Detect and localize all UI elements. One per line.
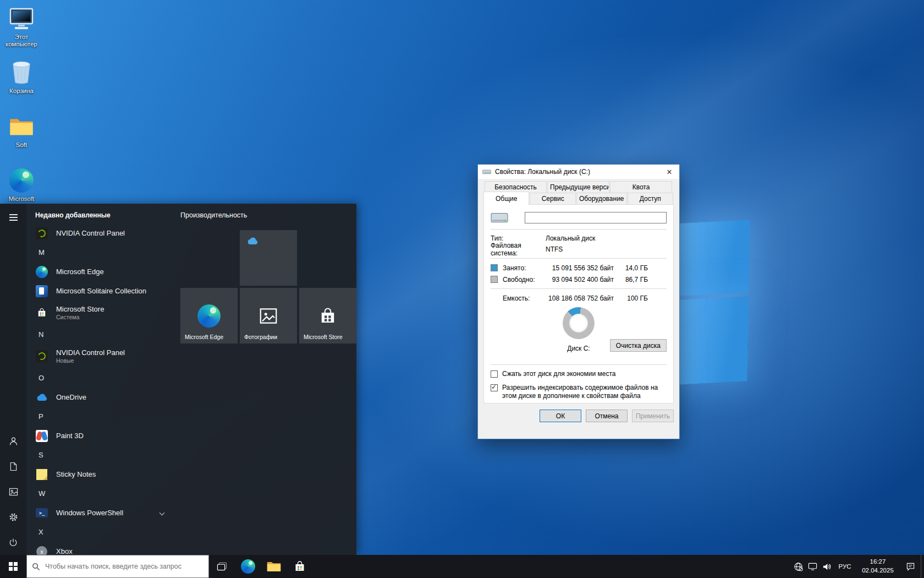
tile-group-header[interactable]: Производительность: [180, 207, 356, 223]
letter-header-o[interactable]: O: [33, 368, 173, 388]
account-button[interactable]: [0, 428, 26, 454]
start-app-onedrive[interactable]: OneDrive: [33, 388, 173, 407]
taskbar-store-button[interactable]: [287, 555, 312, 578]
tab-quota[interactable]: Квота: [610, 181, 672, 193]
tab-sharing[interactable]: Доступ: [628, 193, 673, 205]
disk-cleanup-button[interactable]: Очистка диска: [610, 339, 667, 352]
tab-hardware[interactable]: Оборудование: [576, 193, 627, 205]
desktop-icon-this-pc[interactable]: Этот компьютер: [0, 6, 43, 48]
separator: [491, 364, 667, 365]
free-size: 86,7 ГБ: [614, 276, 648, 283]
tile-label: Фотографии: [244, 334, 277, 340]
start-app-paint-3d[interactable]: Paint 3D: [33, 426, 173, 445]
free-space-row: Свободно: 93 094 502 400 байт 86,7 ГБ: [491, 274, 667, 285]
taskbar-explorer-button[interactable]: [261, 555, 287, 578]
start-app-xbox[interactable]: x Xbox: [33, 542, 173, 555]
dialog-buttons: ОК Отмена Применить: [478, 403, 679, 422]
folder-icon: [8, 113, 35, 140]
clock[interactable]: 16:27 02.04.2025: [856, 558, 900, 575]
power-button[interactable]: [0, 530, 26, 555]
type-label: Тип:: [491, 235, 546, 242]
edge-tile[interactable]: Microsoft Edge: [180, 288, 238, 343]
tab-general[interactable]: Общие: [483, 192, 529, 205]
screen: { "desktop_icons": [ { "label": "Этот ко…: [0, 0, 924, 578]
apply-button[interactable]: Применить: [632, 410, 674, 422]
sticky-notes-icon: [35, 468, 48, 481]
tab-previous-versions[interactable]: Предыдущие версии: [547, 181, 609, 193]
display-tray-button[interactable]: [805, 555, 820, 578]
start-app-microsoft-store[interactable]: Microsoft Store Система: [33, 301, 173, 325]
app-label: Sticky Notes: [56, 470, 96, 478]
paint3d-icon: [35, 429, 48, 443]
documents-button[interactable]: [0, 454, 26, 479]
app-sublabel: Система: [56, 314, 104, 320]
desktop-icon-soft-folder[interactable]: Soft: [0, 113, 43, 149]
speaker-icon: [822, 563, 832, 571]
tile-label: Microsoft Store: [304, 334, 343, 340]
compress-checkbox[interactable]: [491, 370, 498, 378]
letter-header-x[interactable]: X: [33, 522, 173, 542]
store-tile[interactable]: Microsoft Store: [299, 288, 356, 343]
chevron-down-icon[interactable]: [160, 510, 165, 516]
onedrive-cloud-icon: [35, 391, 48, 404]
separator: [491, 288, 667, 289]
disk-chart-label: Диск C:: [567, 345, 590, 352]
show-desktop-button[interactable]: [921, 555, 924, 578]
start-button[interactable]: [0, 555, 26, 578]
expand-menu-button[interactable]: [0, 205, 26, 230]
volume-button[interactable]: [820, 555, 834, 578]
tab-tools[interactable]: Сервис: [530, 193, 575, 205]
desktop-icon-microsoft-edge[interactable]: Microsoft: [0, 167, 43, 203]
taskbar-search-box[interactable]: [26, 555, 209, 578]
letter-header-m[interactable]: M: [33, 243, 173, 262]
start-app-microsoft-edge[interactable]: Microsoft Edge: [33, 262, 173, 281]
filesystem-value: NTFS: [546, 246, 563, 253]
action-center-button[interactable]: [900, 555, 921, 578]
letter-header-s[interactable]: S: [33, 445, 173, 465]
used-space-swatch: [491, 264, 498, 271]
task-view-button[interactable]: [209, 555, 235, 578]
photos-tile[interactable]: Фотографии: [240, 288, 297, 343]
dialog-titlebar[interactable]: Свойства: Локальный диск (C:) ✕: [478, 165, 679, 179]
cancel-button[interactable]: Отмена: [586, 410, 628, 422]
clock-time: 16:27: [856, 558, 900, 566]
index-checkbox-label: Разрешить индексировать содержимое файло…: [502, 384, 667, 401]
language-indicator[interactable]: РУС: [834, 563, 856, 570]
taskbar-edge-button[interactable]: [235, 555, 261, 578]
index-checkbox[interactable]: [491, 384, 498, 391]
pictures-button[interactable]: [0, 479, 26, 504]
store-icon: [35, 306, 48, 319]
compress-checkbox-row[interactable]: Сжать этот диск для экономии места: [491, 370, 667, 379]
desktop-icon-label: Корзина: [0, 88, 43, 95]
edge-icon: [8, 167, 35, 194]
recycle-bin-icon: [8, 59, 35, 86]
start-app-nvidia-control-panel[interactable]: NVIDIA Control Panel: [33, 223, 173, 243]
index-checkbox-row[interactable]: Разрешить индексировать содержимое файло…: [491, 384, 667, 401]
start-app-solitaire[interactable]: Microsoft Solitaire Collection: [33, 281, 173, 301]
onedrive-tile[interactable]: [240, 230, 297, 286]
volume-label-input[interactable]: [525, 212, 667, 223]
letter-header-w[interactable]: W: [33, 484, 173, 503]
desktop-icon-recycle-bin[interactable]: Корзина: [0, 59, 43, 95]
start-menu-app-list: Недавно добавленные NVIDIA Control Panel…: [26, 204, 173, 555]
app-label: OneDrive: [56, 393, 86, 401]
edge-icon: [197, 304, 221, 328]
app-label: Microsoft Solitaire Collection: [56, 287, 146, 295]
network-status-button[interactable]: [791, 555, 805, 578]
type-value: Локальный диск: [546, 235, 595, 242]
close-icon[interactable]: ✕: [659, 165, 679, 179]
recently-added-header: Недавно добавленные: [33, 207, 173, 223]
start-app-sticky-notes[interactable]: Sticky Notes: [33, 465, 173, 484]
start-app-windows-powershell[interactable]: >_ Windows PowerShell: [33, 503, 173, 522]
letter-header-n[interactable]: N: [33, 325, 173, 344]
desktop-icon-label: Этот компьютер: [0, 34, 43, 48]
search-input[interactable]: [45, 563, 204, 570]
desktop-icon-label: Microsoft: [0, 195, 43, 203]
letter-header-p[interactable]: P: [33, 407, 173, 426]
ok-button[interactable]: ОК: [540, 410, 581, 422]
settings-button[interactable]: [0, 504, 26, 530]
start-app-nvidia-control-panel-2[interactable]: NVIDIA Control Panel Новые: [33, 344, 173, 368]
powershell-icon: >_: [35, 506, 48, 520]
solitaire-icon: [35, 285, 48, 298]
free-space-swatch: [491, 276, 498, 283]
